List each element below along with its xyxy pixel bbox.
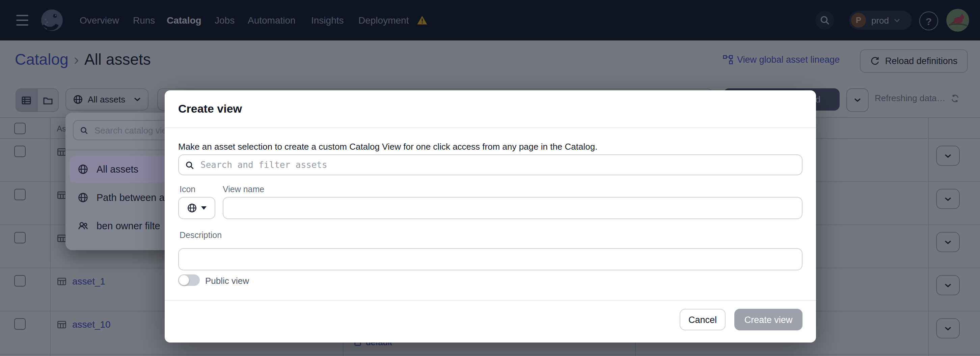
screenshot-viewport: Overview Runs Catalog Jobs Automation In… <box>0 0 980 356</box>
app-window: Overview Runs Catalog Jobs Automation In… <box>0 0 980 356</box>
asset-selection-search[interactable] <box>178 154 802 175</box>
cancel-button[interactable]: Cancel <box>680 309 725 331</box>
view-option-label: Path between a <box>97 192 165 203</box>
view-name-input[interactable] <box>223 197 802 219</box>
caret-down-icon <box>201 206 207 210</box>
search-icon <box>80 126 88 134</box>
description-field-label: Description <box>180 231 222 240</box>
dialog-description: Make an asset selection to create a cust… <box>178 142 792 152</box>
public-view-label: Public view <box>205 276 249 286</box>
globe-icon <box>187 203 197 213</box>
globe-icon <box>78 164 88 175</box>
icon-picker-dropdown[interactable] <box>178 197 215 219</box>
toggle-knob <box>179 275 189 285</box>
view-name-field-label: View name <box>223 185 264 194</box>
description-input[interactable] <box>178 248 802 271</box>
create-view-button[interactable]: Create view <box>734 309 802 331</box>
search-icon <box>185 160 194 169</box>
view-option-label: All assets <box>97 164 138 175</box>
icon-field-label: Icon <box>180 185 196 194</box>
asset-selection-input[interactable] <box>199 159 796 171</box>
globe-icon <box>78 192 88 203</box>
create-view-dialog: Create view Make an asset selection to c… <box>165 90 816 343</box>
divider <box>165 300 816 301</box>
people-icon <box>78 220 88 231</box>
dialog-title: Create view <box>178 103 242 116</box>
public-view-toggle[interactable] <box>178 274 200 286</box>
view-option-label: ben owner filte <box>97 220 160 231</box>
divider <box>165 127 816 128</box>
